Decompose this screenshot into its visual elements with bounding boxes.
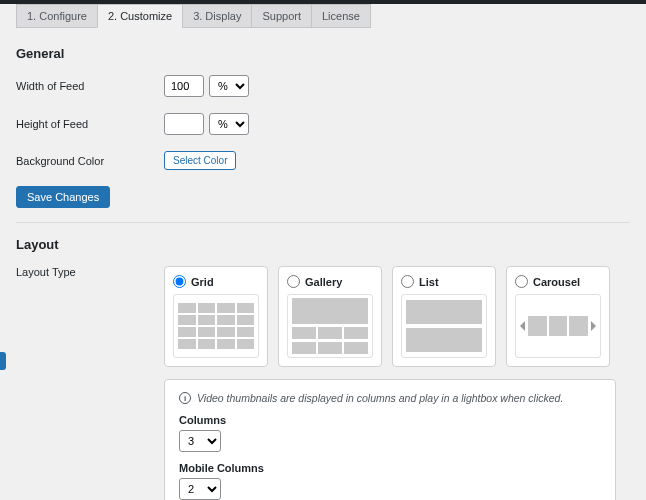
height-unit-select[interactable]: % bbox=[209, 113, 249, 135]
layout-preview-grid bbox=[173, 294, 259, 358]
section-title-layout: Layout bbox=[16, 237, 630, 252]
tab-display[interactable]: 3. Display bbox=[182, 4, 252, 28]
layout-radio-carousel[interactable] bbox=[515, 275, 528, 288]
columns-select[interactable]: 3 bbox=[179, 430, 221, 452]
width-unit-select[interactable]: % bbox=[209, 75, 249, 97]
tab-support[interactable]: Support bbox=[251, 4, 312, 28]
save-button[interactable]: Save Changes bbox=[16, 186, 110, 208]
bgcolor-label: Background Color bbox=[16, 155, 164, 167]
layout-option-gallery[interactable]: Gallery bbox=[278, 266, 382, 367]
width-label: Width of Feed bbox=[16, 80, 164, 92]
tab-configure[interactable]: 1. Configure bbox=[16, 4, 98, 28]
layout-radio-grid[interactable] bbox=[173, 275, 186, 288]
tab-license[interactable]: License bbox=[311, 4, 371, 28]
side-handle[interactable] bbox=[0, 352, 6, 370]
width-input[interactable] bbox=[164, 75, 204, 97]
chevron-left-icon bbox=[520, 321, 526, 331]
layout-option-label: Gallery bbox=[305, 276, 342, 288]
layout-preview-carousel bbox=[515, 294, 601, 358]
layout-radio-list[interactable] bbox=[401, 275, 414, 288]
layout-option-label: Carousel bbox=[533, 276, 580, 288]
tab-customize[interactable]: 2. Customize bbox=[97, 4, 183, 28]
chevron-right-icon bbox=[590, 321, 596, 331]
tab-bar: 1. Configure 2. Customize 3. Display Sup… bbox=[16, 4, 630, 28]
layout-radio-gallery[interactable] bbox=[287, 275, 300, 288]
height-label: Height of Feed bbox=[16, 118, 164, 130]
layout-option-label: List bbox=[419, 276, 439, 288]
mobile-columns-label: Mobile Columns bbox=[179, 462, 601, 474]
section-divider bbox=[16, 222, 630, 223]
layout-details-panel: i Video thumbnails are displayed in colu… bbox=[164, 379, 616, 500]
layout-preview-list bbox=[401, 294, 487, 358]
columns-label: Columns bbox=[179, 414, 601, 426]
info-icon: i bbox=[179, 392, 191, 404]
layout-note-text: Video thumbnails are displayed in column… bbox=[197, 392, 563, 404]
layout-option-list[interactable]: List bbox=[392, 266, 496, 367]
mobile-columns-select[interactable]: 2 bbox=[179, 478, 221, 500]
layout-type-label: Layout Type bbox=[16, 266, 164, 278]
layout-option-label: Grid bbox=[191, 276, 214, 288]
layout-option-grid[interactable]: Grid bbox=[164, 266, 268, 367]
layout-preview-gallery bbox=[287, 294, 373, 358]
section-title-general: General bbox=[16, 46, 630, 61]
layout-option-carousel[interactable]: Carousel bbox=[506, 266, 610, 367]
height-input[interactable] bbox=[164, 113, 204, 135]
select-color-button[interactable]: Select Color bbox=[164, 151, 236, 170]
